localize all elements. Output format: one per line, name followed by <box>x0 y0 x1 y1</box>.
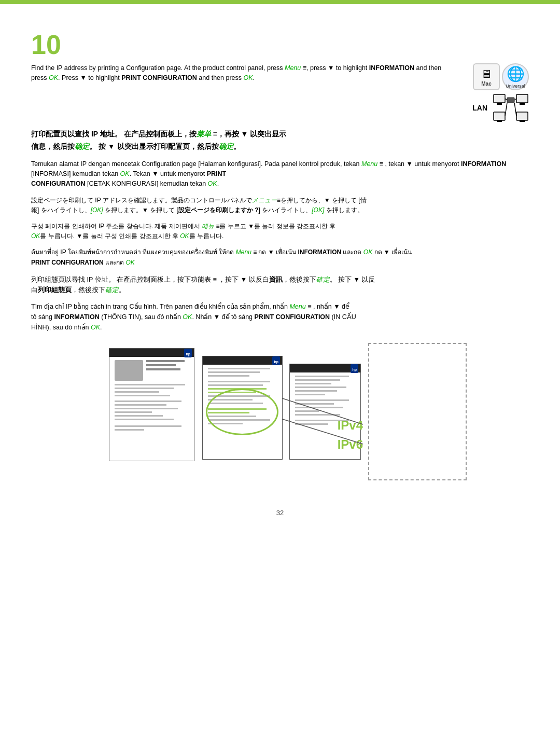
print-config-thai: PRINT CONFIGURATION <box>31 259 104 266</box>
ok-indonesian-1: OK <box>120 170 130 177</box>
printer-page-2: hp <box>202 356 283 460</box>
line-1e <box>115 388 174 389</box>
lan-label: LAN <box>472 104 487 112</box>
page-content-1 <box>109 357 194 436</box>
ok-thai-1: OK <box>363 248 372 256</box>
line-1f <box>115 391 159 393</box>
p2-green-line-3 <box>208 408 267 410</box>
ok-thai-2: OK <box>125 259 134 266</box>
line-1j <box>115 408 178 409</box>
page-header-1: hp <box>109 349 194 357</box>
p2-line-i <box>208 416 256 417</box>
svg-line-11 <box>505 103 507 116</box>
menu-chinese: 菜单 <box>197 130 211 138</box>
indonesian-text: Temukan alamat IP dengan mencetak Config… <box>31 159 529 189</box>
universal-globe-symbol: 🌐 <box>507 65 525 82</box>
universal-label: Universal <box>506 84 525 89</box>
line-1d <box>115 384 185 385</box>
ok-green-2: OK <box>244 74 253 81</box>
ok-korean-1: OK <box>31 232 40 240</box>
svg-rect-4 <box>507 98 514 103</box>
svg-rect-8 <box>497 120 502 122</box>
line-1c <box>146 368 180 370</box>
svg-rect-1 <box>497 103 502 105</box>
english-intro: Find the IP address by printing a Config… <box>31 64 441 81</box>
page-header-3: hp <box>290 364 360 372</box>
ok-japanese-1: [OK] <box>91 206 103 214</box>
p2-line-j <box>208 419 270 421</box>
universal-icon: 🌐 Universal <box>502 63 529 90</box>
diagram-container: hp <box>93 343 467 493</box>
hp-text-2: hp <box>274 360 278 364</box>
header-icons-area: 🖥 Mac 🌐 Universal LAN <box>467 63 529 122</box>
svg-rect-0 <box>494 94 505 103</box>
dashed-box <box>368 343 467 480</box>
p2-line-c <box>208 375 249 377</box>
info-indonesian: INFORMATION <box>461 160 506 168</box>
print-config-trad: 列印組態頁 <box>38 286 72 294</box>
p2-line-b <box>208 371 260 373</box>
hp-badge-3: hp <box>351 364 358 373</box>
info-vietnamese: INFORMATION <box>54 313 99 321</box>
ok-japanese-2: [OK] <box>312 206 324 214</box>
menu-japanese: メニュー <box>252 197 277 204</box>
footer: 32 <box>31 509 529 517</box>
mac-icon: 🖥 Mac <box>473 63 500 90</box>
chinese-traditional-text: 列印組態頁以尋找 IP 位址。 在產品控制面板上，按下功能表 ≡ ，按下 ▼ 以… <box>31 274 529 295</box>
svg-line-12 <box>514 103 516 116</box>
p3-line-i <box>295 407 343 408</box>
korean-text: 구성 페이지를 인쇄하여 IP 주소를 찾습니다. 제품 제어판에서 메뉴 ≡를… <box>31 222 529 241</box>
line-1n <box>115 425 181 427</box>
svg-rect-10 <box>520 120 525 122</box>
text-lines-1 <box>146 360 189 381</box>
lan-network-svg <box>493 93 529 122</box>
hp-badge-1: hp <box>184 349 192 357</box>
line-1m <box>115 419 174 420</box>
hp-text-1: hp <box>186 352 190 356</box>
p3-line-e <box>295 390 337 392</box>
ok-chinese-2: 确定 <box>219 142 233 150</box>
p3-line-d <box>295 386 346 388</box>
p3-line-g <box>295 399 349 401</box>
thai-text: ค้นหาที่อยู่ IP โดยพิมพ์หน้าการกำหนดค่า … <box>31 247 529 268</box>
header-text-block: Find the IP address by printing a Config… <box>31 63 467 83</box>
ok-korean-2: OK <box>180 232 189 240</box>
svg-rect-3 <box>520 103 525 105</box>
ok-trad-2: 確定 <box>105 286 119 294</box>
p2-line-f <box>208 395 270 397</box>
p2-line-k <box>208 423 243 424</box>
p2-line-a <box>208 368 270 369</box>
p2-line-d <box>208 381 270 382</box>
menu-word: Menu <box>285 64 301 72</box>
info-thai: INFORMATION <box>298 248 341 256</box>
svg-rect-9 <box>516 112 528 120</box>
japanese-text: 設定ページを印刷して IP アドレスを確認します。製品のコントロールパネルでメニ… <box>31 196 529 215</box>
diagram-section: hp <box>31 343 529 493</box>
ipv4-label: IPv4 <box>338 418 363 433</box>
print-config-bold: PRINT CONFIGURATION <box>121 74 197 81</box>
svg-rect-7 <box>494 112 505 120</box>
p3-line-b <box>295 379 340 381</box>
mac-logo-symbol: 🖥 <box>481 67 492 81</box>
page-number: 10 <box>31 31 529 58</box>
p3-line-j <box>295 410 319 412</box>
line-1h <box>115 400 181 402</box>
information-bold: INFORMATION <box>369 64 414 72</box>
line-1a <box>146 360 185 362</box>
icon-row: 🖥 Mac 🌐 Universal <box>473 63 529 90</box>
vietnamese-text: Tìm địa chỉ IP bằng cách in trang Cấu hì… <box>31 301 529 333</box>
print-config-vietnamese: PRINT CONFIGURATION <box>255 313 330 321</box>
ok-vietnamese-1: OK <box>183 313 192 321</box>
ok-trad-1: 確定 <box>316 276 330 283</box>
hp-text-3: hp <box>352 368 357 371</box>
ok-vietnamese-2: OK <box>91 324 100 331</box>
mac-label: Mac <box>481 81 491 87</box>
printer-page-1: hp <box>109 348 194 461</box>
info-trad: 資訊 <box>269 276 283 283</box>
ipv6-label: IPv6 <box>338 437 363 452</box>
page-header-2: hp <box>203 356 282 365</box>
p3-line-k <box>295 414 340 416</box>
menu-thai: Menu <box>236 248 251 256</box>
line-1i <box>115 404 166 406</box>
hp-badge-2: hp <box>272 356 280 365</box>
